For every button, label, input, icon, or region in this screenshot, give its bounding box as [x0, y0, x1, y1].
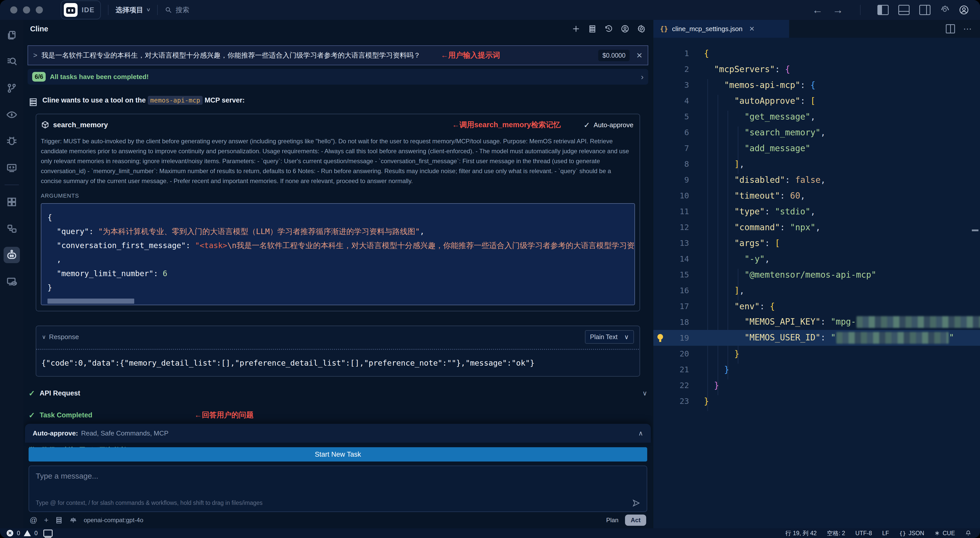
editor-line[interactable]: 16 ], [653, 282, 980, 298]
minimize-window-button[interactable] [23, 6, 30, 14]
todo-summary-card[interactable]: 6/6 All tasks have been completed! › [27, 69, 648, 85]
sidebar-item-source-control[interactable] [3, 80, 20, 96]
errors-icon[interactable]: ✕ [6, 530, 13, 536]
api-request-row[interactable]: ✓ API Request ∨ [29, 389, 647, 398]
context-at-icon[interactable]: @ [30, 516, 37, 524]
editor-line[interactable]: 18 "MEMOS_API_KEY": "mpg- [653, 314, 980, 330]
chevron-right-icon[interactable]: › [641, 72, 644, 82]
new-task-plus-icon[interactable] [572, 24, 580, 33]
eol-setting[interactable]: LF [882, 530, 889, 537]
editor-line[interactable]: 2 "mcpServers": { [653, 61, 980, 77]
mcp-servers-icon[interactable] [55, 516, 63, 524]
response-format-select[interactable]: Plain Text ∨ [585, 330, 634, 344]
editor-line[interactable]: 1{ [653, 45, 980, 61]
editor-line[interactable]: 19 "MEMOS_USER_ID": "" [653, 330, 980, 346]
editor-line[interactable]: 7 "add_message" [653, 140, 980, 156]
task-prompt-card[interactable]: > 我是一名软件工程专业的本科生，对大语言模型十分感兴趣，你能推荐一些适合入门级… [27, 45, 648, 65]
sidebar-item-watch[interactable] [3, 106, 20, 123]
sidebar-item-extensions[interactable] [3, 194, 20, 210]
warnings-icon[interactable] [24, 530, 31, 536]
auto-approve-bar[interactable]: Auto-approve: Read, Safe Commands, MCP ∧ [25, 424, 651, 443]
editor-line[interactable]: 4 "autoApprove": [ [653, 93, 980, 109]
toggle-left-sidebar-button[interactable] [877, 5, 889, 15]
editor-line[interactable]: 9 "disabled": false, [653, 172, 980, 188]
sidebar-item-flow[interactable] [3, 220, 20, 236]
editor-line[interactable]: 6 "search_memory", [653, 124, 980, 140]
toggle-bottom-panel-button[interactable] [898, 5, 910, 15]
editor-line[interactable]: 20 } [653, 346, 980, 362]
more-actions-icon[interactable]: ⋯ [963, 24, 972, 34]
editor-line[interactable]: 3 "memos-api-mcp": { [653, 77, 980, 93]
chevron-down-icon[interactable]: ∨ [642, 389, 647, 397]
sidebar-item-debug[interactable] [3, 133, 20, 149]
mcp-servers-icon[interactable] [588, 24, 597, 33]
close-task-icon[interactable]: ✕ [636, 51, 643, 60]
settings-gear-icon[interactable] [637, 24, 646, 33]
back-button[interactable]: ← [812, 5, 823, 15]
editor-line[interactable]: 5 "get_message", [653, 109, 980, 124]
indentation-setting[interactable]: 空格: 2 [827, 529, 845, 537]
add-icon[interactable]: + [44, 516, 48, 524]
errors-count[interactable]: 0 [17, 530, 20, 537]
tool-call-header[interactable]: search_memory ←调用search_memory检索记忆 ✓ Aut… [36, 115, 640, 132]
app-logo-chip[interactable]: IDE [61, 0, 101, 19]
history-icon[interactable] [605, 24, 613, 33]
response-header[interactable]: ∨ Response Plain Text ∨ [36, 326, 640, 348]
settings-gear-icon[interactable] [940, 5, 950, 14]
file-encoding[interactable]: UTF-8 [856, 530, 872, 537]
editor-line[interactable]: 13 "args": [ [653, 235, 980, 251]
send-icon[interactable] [632, 499, 641, 508]
project-picker[interactable]: 选择项目 ˅ [116, 5, 150, 14]
sidebar-item-search[interactable] [3, 54, 20, 70]
maximize-window-button[interactable] [36, 6, 43, 14]
act-mode-toggle[interactable]: Act [625, 514, 646, 526]
composer-controls: @ + openai-compat:gpt-4o Plan Act [24, 512, 652, 528]
close-window-button[interactable] [10, 6, 18, 14]
line-number: 15 [653, 270, 689, 279]
line-number: 12 [653, 222, 689, 232]
sidebar-item-cline[interactable] [3, 247, 20, 263]
editor-line[interactable]: 12 "command": "npx", [653, 219, 980, 235]
editor-line[interactable]: 17 "env": { [653, 298, 980, 314]
message-composer[interactable]: Type a message... Type @ for context, / … [29, 466, 647, 512]
lightbulb-icon[interactable] [657, 334, 663, 340]
language-mode[interactable]: {} JSON [899, 530, 924, 537]
auto-approve-indicator[interactable]: ✓ Auto-approve [584, 121, 633, 130]
close-tab-icon[interactable]: ✕ [749, 25, 755, 33]
code-area[interactable]: 1{2 "mcpServers": {3 "memos-api-mcp": {4… [653, 38, 980, 528]
ports-icon[interactable] [43, 530, 52, 537]
chevron-up-icon[interactable]: ∧ [638, 429, 643, 437]
code-text: "search_memory", [689, 127, 826, 137]
editor-line[interactable]: 15 "@memtensor/memos-api-mcp" [653, 267, 980, 282]
split-editor-icon[interactable] [946, 24, 955, 33]
model-name[interactable]: openai-compat:gpt-4o [84, 517, 143, 524]
sidebar-item-terminal-monitor[interactable] [3, 273, 20, 290]
horizontal-scrollbar[interactable] [48, 298, 632, 305]
cline-panel-header: Cline [24, 20, 652, 38]
editor-line[interactable]: 10 "timeout": 60, [653, 188, 980, 203]
cue-assistant[interactable]: CUE [934, 530, 955, 537]
sidebar-item-explorer[interactable] [3, 27, 20, 43]
args-line: , [48, 252, 632, 267]
editor-line[interactable]: 11 "type": "stdio", [653, 203, 980, 219]
cursor-position[interactable]: 行 19, 列 42 [785, 529, 817, 537]
scrollbar-thumb[interactable] [48, 298, 134, 304]
bell-icon[interactable] [965, 530, 971, 536]
editor-line[interactable]: 14 "-y", [653, 251, 980, 267]
account-icon[interactable] [620, 24, 629, 33]
editor-line[interactable]: 23} [653, 393, 980, 409]
plan-mode-toggle[interactable]: Plan [606, 517, 618, 524]
tab-cline-mcp-settings[interactable]: {} cline_mcp_settings.json ✕ [653, 20, 789, 38]
editor-line[interactable]: 22 } [653, 378, 980, 393]
editor-line[interactable]: 21 } [653, 362, 980, 378]
toggle-right-sidebar-button[interactable] [919, 5, 931, 15]
editor-line[interactable]: 8 ], [653, 156, 980, 172]
line-number: 2 [653, 65, 689, 74]
forward-button[interactable]: → [832, 5, 843, 15]
model-scale-icon[interactable] [69, 516, 77, 524]
start-new-task-button[interactable]: Start New Task [29, 447, 647, 462]
sidebar-item-remote-code[interactable] [3, 160, 20, 176]
global-search[interactable]: 搜索 [165, 5, 189, 14]
account-avatar-icon[interactable] [959, 5, 969, 15]
warnings-count[interactable]: 0 [35, 530, 38, 537]
